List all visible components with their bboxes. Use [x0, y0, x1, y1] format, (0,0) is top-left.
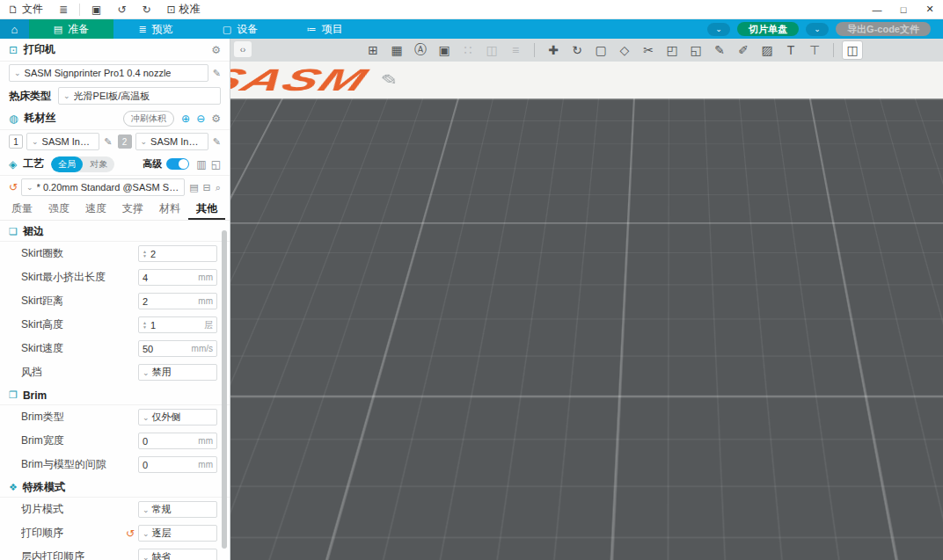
param-tab-4[interactable]: 材料 [151, 199, 188, 220]
filament-1-select[interactable]: ⌄ SASM Indoor Shad... [26, 133, 99, 150]
flush-volume-button[interactable]: 冲刷体积 [123, 111, 174, 127]
remove-filament-icon[interactable]: ⊖ [196, 113, 205, 125]
edit-plate-icon[interactable]: ✎ [376, 71, 403, 88]
menu-button[interactable]: ≣ [51, 0, 76, 18]
value-input[interactable]: 2mm [138, 293, 217, 309]
delete-preset-icon[interactable]: ⊟ [203, 182, 211, 193]
window-controls: — □ ✕ [864, 0, 943, 18]
printer-section-title: 打印机 [24, 42, 55, 57]
maximize-button[interactable]: □ [890, 0, 917, 18]
value-input[interactable]: 0mm [138, 456, 217, 473]
add-filament-icon[interactable]: ⊕ [181, 113, 190, 125]
fuzzy-skin-icon[interactable]: ▨ [757, 40, 778, 60]
home-icon: ⌂ [11, 23, 18, 36]
file-menu[interactable]: 🗋 文件 [0, 0, 51, 18]
model-letter-s-hollow[interactable]: S S [582, 128, 943, 436]
setting-label: Brim与模型的间隙 [21, 457, 138, 472]
edit-filament-2-icon[interactable]: ✎ [213, 136, 221, 148]
printer-icon: ⊡ [9, 44, 18, 56]
bed-type-select[interactable]: ⌄ 光滑PEI板/高温板 [58, 87, 221, 105]
reset-preset-icon[interactable]: ↺ [9, 181, 18, 193]
tab-preview[interactable]: ≣预览 [113, 19, 198, 39]
export-gcode-button[interactable]: 导出G-code文件 [836, 22, 931, 36]
seam-paint-icon[interactable]: ✐ [733, 40, 754, 60]
place-on-face-icon[interactable]: ◇ [614, 40, 635, 60]
cube-front-face[interactable]: 前面 [255, 527, 294, 560]
save-preset-icon[interactable]: ▤ [189, 182, 198, 193]
cut-icon[interactable]: ✂ [638, 40, 659, 60]
expand-panel-icon[interactable]: ◱ [211, 158, 221, 171]
dropdown-select[interactable]: ⌄仅外侧 [138, 409, 217, 425]
calibrate-button[interactable]: ⊡ 校准 [159, 0, 208, 18]
param-tab-3[interactable]: 支撑 [114, 199, 151, 220]
redo-icon: ↻ [142, 4, 150, 16]
auto-orient-icon[interactable]: Ⓐ [410, 40, 431, 60]
add-plate-icon[interactable]: ▦ [386, 40, 407, 60]
close-button[interactable]: ✕ [917, 0, 943, 18]
filament-settings-icon[interactable]: ⚙ [211, 113, 221, 125]
value-input[interactable]: 4mm [138, 269, 217, 286]
text-icon[interactable]: T [780, 40, 801, 60]
param-tab-0[interactable]: 质量 [4, 199, 40, 220]
stepper-arrows[interactable]: ▲▼ [143, 250, 147, 258]
home-button[interactable]: ⌂ [0, 19, 29, 39]
edit-printer-icon[interactable]: ✎ [213, 68, 221, 79]
compare-presets-icon[interactable]: ▥ [196, 158, 206, 171]
scale-icon[interactable]: ▢ [590, 40, 611, 60]
add-object-icon[interactable]: ⊞ [362, 40, 384, 60]
save-button[interactable]: ▣ [84, 0, 109, 18]
process-preset-select[interactable]: ⌄ * 0.20mm Standard @SASM Signprinter Pr… [21, 178, 185, 196]
split-parts-icon[interactable]: ◱ [685, 40, 706, 60]
viewport-3d[interactable]: ‹› ⊞▦Ⓐ▣∷◫≡✚↻▢◇✂◰◱✎✐▨T⊤◫ SASM ✎ S S S 顶部 … [230, 39, 943, 560]
tab-project-label: 项目 [322, 22, 343, 37]
orientation-cube[interactable]: 顶部 前面 ✕ [252, 513, 306, 560]
cube-top-face[interactable]: 顶部 [256, 515, 300, 527]
value-input[interactable]: 0mm [138, 433, 217, 449]
tab-project[interactable]: ≔项目 [282, 19, 367, 39]
stepper-arrows[interactable]: ▲▼ [143, 321, 147, 330]
param-tab-1[interactable]: 强度 [40, 199, 77, 220]
assembly-icon[interactable]: ◫ [842, 40, 863, 60]
minimize-button[interactable]: — [864, 0, 890, 18]
export-options-dropdown[interactable]: ⌄ [806, 23, 829, 36]
dropdown-select[interactable]: ⌄常规 [138, 501, 217, 518]
value-input[interactable]: ▲▼2 [138, 245, 217, 262]
printer-preset-row: ⌄ SASM Signprinter Pro1 0.4 nozzle ✎ [0, 62, 230, 84]
param-tab-2[interactable]: 速度 [77, 199, 114, 220]
advanced-toggle[interactable] [166, 158, 189, 170]
param-tab-5[interactable]: 其他 [188, 199, 225, 220]
value-input[interactable]: 50mm/s [138, 340, 217, 357]
slice-options-dropdown[interactable]: ⌄ [707, 23, 730, 36]
move-icon[interactable]: ✚ [543, 40, 564, 60]
scope-global-button[interactable]: 全局 [51, 156, 83, 172]
hollow-s-floor: S [608, 149, 943, 418]
model-letter-s-solid[interactable]: S [253, 162, 632, 451]
tab-prepare[interactable]: ▤准备 [29, 19, 113, 39]
undo-button[interactable]: ↺ [109, 0, 134, 18]
dropdown-select[interactable]: ⌄禁用 [138, 364, 217, 381]
printer-preset-select[interactable]: ⌄ SASM Signprinter Pro1 0.4 nozzle [9, 64, 208, 82]
scope-objects-button[interactable]: 对象 [83, 156, 114, 172]
arrange-icon[interactable]: ▣ [434, 40, 455, 60]
tab-device[interactable]: ▢设备 [198, 19, 282, 39]
printer-settings-icon[interactable]: ⚙ [211, 44, 221, 56]
dropdown-select[interactable]: ⌄逐层 [138, 525, 217, 542]
measure-icon[interactable]: ⊤ [804, 40, 825, 60]
dropdown-select[interactable]: ⌄缺省 [138, 549, 217, 560]
rotate-icon[interactable]: ↻ [567, 40, 588, 60]
slice-plate-button[interactable]: 切片单盘 [737, 22, 799, 36]
search-preset-icon[interactable]: ⌕ [216, 182, 221, 193]
panel-scrollbar[interactable] [222, 230, 227, 549]
bed-type-row: 热床类型 ⌄ 光滑PEI板/高温板 [0, 84, 230, 107]
section-title-special-mode: 特殊模式 [23, 480, 65, 495]
chevron-down-icon: ⌄ [143, 553, 150, 560]
filament-2-select[interactable]: ⌄ SASM Indoor Diffus... [135, 133, 208, 150]
redo-button[interactable]: ↻ [134, 0, 158, 18]
reset-setting-icon[interactable]: ↺ [126, 527, 135, 540]
collapse-panel-button[interactable]: ‹› [234, 41, 252, 57]
edit-filament-1-icon[interactable]: ✎ [104, 136, 112, 148]
split-objects-icon[interactable]: ◰ [662, 40, 683, 60]
scene[interactable]: SASM ✎ S S S 顶部 前面 ✕ [230, 62, 943, 560]
support-paint-icon[interactable]: ✎ [709, 40, 730, 60]
value-input[interactable]: ▲▼1层 [138, 316, 217, 333]
